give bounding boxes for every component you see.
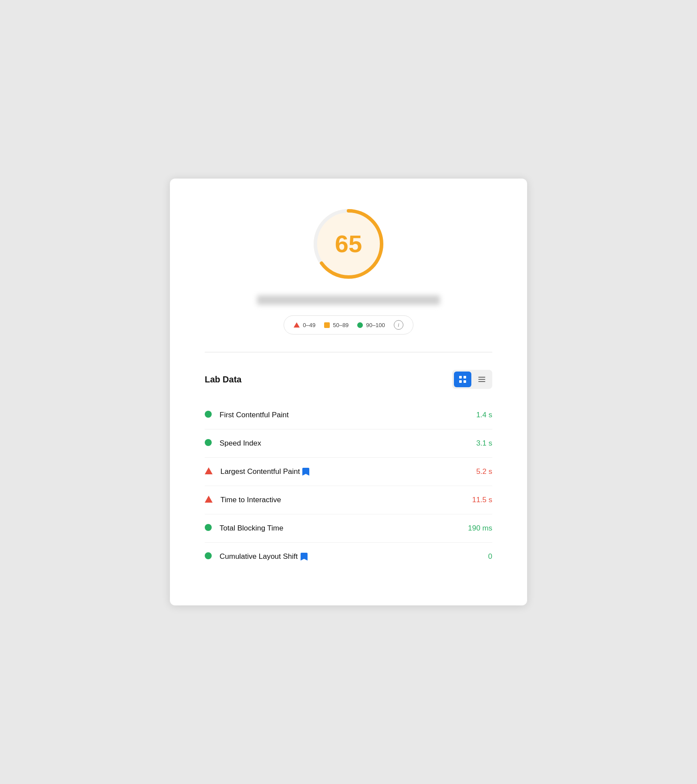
metric-value-lcp: 5.2 s — [476, 467, 492, 476]
metric-label-tbt: Total Blocking Time — [220, 524, 468, 533]
metric-row-cls: Cumulative Layout Shift0 — [205, 543, 492, 571]
metric-value-fcp: 1.4 s — [476, 411, 492, 419]
legend-label-orange: 50–89 — [333, 322, 348, 328]
svg-rect-6 — [464, 380, 466, 383]
bookmark-icon-lcp — [302, 468, 309, 476]
legend-label-green: 90–100 — [366, 322, 385, 328]
legend-item-orange: 50–89 — [324, 322, 348, 328]
triangle-icon-lcp — [205, 467, 213, 474]
triangle-icon-tti — [205, 496, 213, 503]
status-icon-si — [205, 439, 212, 448]
legend-item-green: 90–100 — [357, 322, 385, 328]
metric-row-lcp: Largest Contentful Paint5.2 s — [205, 458, 492, 486]
score-legend: 0–49 50–89 90–100 i — [284, 315, 413, 335]
score-ring: 65 — [309, 205, 388, 283]
metrics-list: First Contentful Paint1.4 sSpeed Index3.… — [205, 401, 492, 571]
svg-rect-8 — [478, 379, 485, 380]
metric-label-si: Speed Index — [220, 439, 476, 448]
score-section: 65 0–49 50–89 90–100 i — [205, 205, 492, 335]
status-icon-lcp — [205, 467, 213, 476]
metric-row-tti: Time to Interactive11.5 s — [205, 486, 492, 514]
svg-rect-5 — [459, 380, 462, 383]
legend-item-red: 0–49 — [294, 322, 315, 328]
lab-data-title: Lab Data — [205, 375, 241, 385]
circle-icon-si — [205, 439, 212, 446]
status-icon-tbt — [205, 524, 212, 533]
list-icon — [478, 375, 486, 383]
legend-label-red: 0–49 — [303, 322, 315, 328]
bookmark-icon-cls — [301, 553, 308, 561]
green-circle-icon — [357, 322, 363, 328]
icon-view-toggle-button[interactable] — [454, 372, 471, 387]
performance-card: 65 0–49 50–89 90–100 i Lab Data — [170, 179, 527, 605]
circle-icon-fcp — [205, 411, 212, 418]
metric-row-tbt: Total Blocking Time190 ms — [205, 514, 492, 543]
metric-label-cls: Cumulative Layout Shift — [220, 552, 488, 561]
svg-rect-7 — [478, 377, 485, 378]
metric-label-fcp: First Contentful Paint — [220, 411, 476, 419]
circle-icon-cls — [205, 552, 212, 559]
section-divider — [205, 352, 492, 352]
status-icon-tti — [205, 496, 213, 504]
orange-square-icon — [324, 322, 330, 328]
circle-icon-tbt — [205, 524, 212, 531]
score-value: 65 — [335, 232, 362, 256]
metric-label-tti: Time to Interactive — [220, 496, 472, 504]
svg-rect-9 — [478, 381, 485, 382]
metric-label-lcp: Largest Contentful Paint — [220, 467, 476, 476]
grid-icon — [459, 375, 467, 383]
status-icon-cls — [205, 552, 212, 561]
svg-rect-4 — [464, 376, 466, 378]
metric-value-tbt: 190 ms — [468, 524, 492, 533]
metric-value-si: 3.1 s — [476, 439, 492, 448]
status-icon-fcp — [205, 411, 212, 419]
metric-row-si: Speed Index3.1 s — [205, 429, 492, 458]
lab-data-header: Lab Data — [205, 370, 492, 389]
lab-data-section: Lab Data — [205, 370, 492, 571]
list-view-toggle-button[interactable] — [473, 372, 491, 387]
svg-rect-3 — [459, 376, 462, 378]
info-icon[interactable]: i — [394, 320, 403, 330]
metric-row-fcp: First Contentful Paint1.4 s — [205, 401, 492, 429]
red-triangle-icon — [294, 322, 300, 328]
url-blur — [257, 295, 440, 305]
metric-value-cls: 0 — [488, 552, 492, 561]
view-toggle — [452, 370, 492, 389]
metric-value-tti: 11.5 s — [472, 496, 492, 504]
